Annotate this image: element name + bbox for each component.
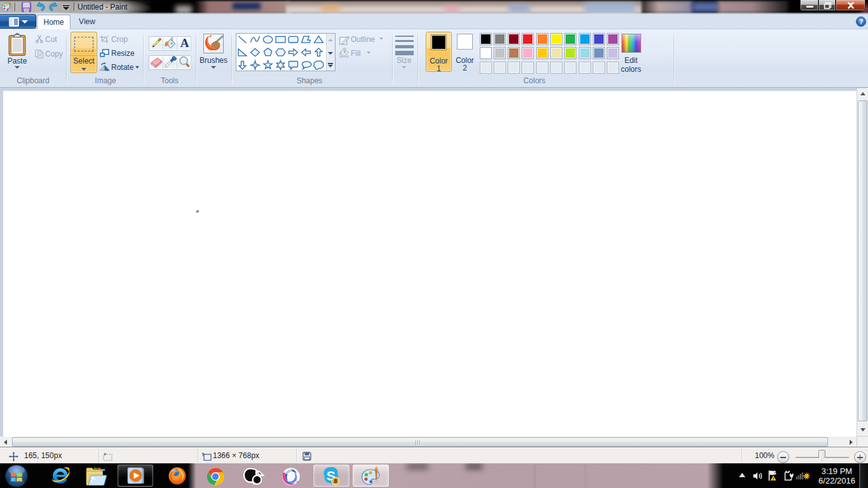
svg-text:8: 8 bbox=[334, 478, 337, 484]
